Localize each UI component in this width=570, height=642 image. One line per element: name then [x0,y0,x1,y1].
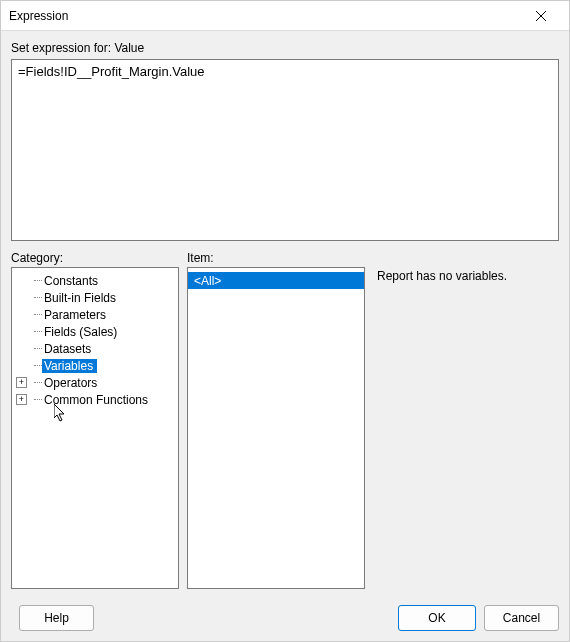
item-list[interactable]: <All> [187,267,365,589]
item-label: Item: [187,251,365,265]
help-button[interactable]: Help [19,605,94,631]
expander-spacer [16,360,27,371]
description-column: Report has no variables. [373,251,559,589]
item-label: <All> [194,274,221,288]
category-item-label: Fields (Sales) [42,325,121,339]
category-item[interactable]: Built-in Fields [12,289,178,306]
expander-spacer [16,343,27,354]
window-title: Expression [9,9,521,23]
tree-connector-icon [30,306,42,323]
dialog-content: Set expression for: Value Category: Cons… [1,31,569,599]
tree-connector-icon [30,323,42,340]
category-item[interactable]: +Common Functions [12,391,178,408]
tree-connector-icon [30,272,42,289]
expander-spacer [16,292,27,303]
category-item-label: Built-in Fields [42,291,120,305]
titlebar: Expression [1,1,569,31]
lower-panels: Category: ConstantsBuilt-in FieldsParame… [11,251,559,589]
expand-icon[interactable]: + [16,377,27,388]
expand-icon[interactable]: + [16,394,27,405]
expander-spacer [16,275,27,286]
category-item[interactable]: Datasets [12,340,178,357]
prompt-label: Set expression for: Value [11,41,559,55]
item-row[interactable]: <All> [188,272,364,289]
tree-connector-icon [30,340,42,357]
tree-connector-icon [30,289,42,306]
category-item-label: Constants [42,274,102,288]
category-column: Category: ConstantsBuilt-in FieldsParame… [11,251,179,589]
category-item-label: Common Functions [42,393,152,407]
expander-spacer [16,326,27,337]
cancel-button[interactable]: Cancel [484,605,559,631]
tree-connector-icon [30,374,42,391]
tree-connector-icon [30,357,42,374]
item-column: Item: <All> [187,251,365,589]
description-text: Report has no variables. [373,269,559,283]
expression-input[interactable] [11,59,559,241]
tree-connector-icon [30,391,42,408]
category-item-label: Variables [42,359,97,373]
category-item[interactable]: Parameters [12,306,178,323]
expander-spacer [16,309,27,320]
category-list[interactable]: ConstantsBuilt-in FieldsParametersFields… [11,267,179,589]
category-item-label: Operators [42,376,101,390]
category-item[interactable]: Fields (Sales) [12,323,178,340]
close-button[interactable] [521,2,561,30]
category-label: Category: [11,251,179,265]
category-item[interactable]: Constants [12,272,178,289]
category-item-label: Parameters [42,308,110,322]
close-icon [536,11,546,21]
category-item[interactable]: Variables [12,357,178,374]
button-row: Help OK Cancel [1,599,569,641]
category-item-label: Datasets [42,342,95,356]
ok-button[interactable]: OK [398,605,476,631]
category-item[interactable]: +Operators [12,374,178,391]
